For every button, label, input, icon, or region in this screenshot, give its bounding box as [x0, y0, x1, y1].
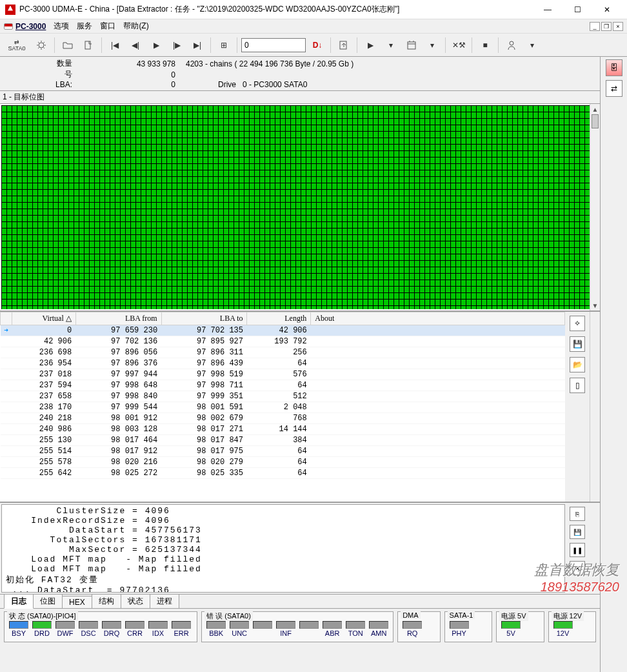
play-button[interactable]: ▶ [147, 36, 165, 54]
led-dwf: DWF [54, 621, 77, 640]
led-indicator [501, 621, 521, 629]
pwr12-panel: 电源 12V 12V [548, 611, 596, 642]
table-row[interactable]: 42 90697 702 13697 895 927193 792 [1, 336, 565, 347]
tab-bitmap[interactable]: 位图 [33, 594, 63, 608]
led-label: DWF [57, 629, 73, 637]
log-save-button[interactable]: 💾 [570, 525, 585, 539]
table-row[interactable]: ➜ 097 659 23097 702 13542 906 [1, 325, 565, 336]
qty-label: 数量 [0, 58, 77, 69]
bitmap-grid[interactable] [1, 105, 590, 309]
table-row[interactable]: 238 17097 999 54498 001 5912 048 [1, 402, 565, 413]
table-row[interactable]: 240 21898 001 91298 002 679768 [1, 413, 565, 424]
tab-log[interactable]: 日志 [4, 594, 34, 609]
table-row[interactable]: 236 95497 896 37697 896 43964 [1, 358, 565, 369]
table-row[interactable]: 240 98698 003 12898 017 27114 144 [1, 424, 565, 435]
led-label: DRQ [104, 629, 119, 637]
table-row[interactable]: 255 51498 017 91298 017 97564 [1, 446, 565, 457]
menu-window[interactable]: 窗口 [100, 21, 115, 32]
last-button[interactable]: ▶| [188, 36, 206, 54]
led-label: 12V [557, 629, 570, 637]
app-icon [5, 5, 15, 15]
tab-process[interactable]: 进程 [150, 594, 179, 608]
menu-help[interactable]: 帮助(Z) [123, 21, 148, 32]
side-db-icon[interactable]: 🗄 [606, 59, 622, 76]
tab-hex[interactable]: HEX [62, 596, 92, 608]
stop-button[interactable]: ■ [476, 36, 494, 54]
data-table[interactable]: Virtual △ LBA from LBA to Length About ➜… [0, 312, 565, 502]
led-indicator [369, 621, 388, 629]
table-scrollbar[interactable] [590, 312, 600, 502]
col-lba-to[interactable]: LBA to [161, 312, 247, 325]
open-file-button[interactable] [59, 36, 77, 54]
d-down-button[interactable]: D↓ [308, 36, 326, 54]
next-button[interactable]: |▶ [168, 36, 186, 54]
table-open-button[interactable]: 📂 [570, 357, 585, 372]
dropdown2-button[interactable]: ▾ [423, 36, 441, 54]
person-button[interactable] [503, 36, 521, 54]
mdi-minimize-button[interactable]: _ [590, 22, 600, 31]
info-strip: 数量 43 933 978 4203 - chains ( 22 494 196… [0, 57, 600, 91]
scroll-up-icon[interactable]: ▲ [590, 104, 600, 114]
maximize-button[interactable]: ☐ [562, 0, 592, 19]
dropdown-button[interactable]: ▾ [382, 36, 400, 54]
run-button[interactable]: ▶ [361, 36, 379, 54]
tools-button[interactable]: ✕⚒ [450, 36, 468, 54]
table-row[interactable]: 255 13098 017 46498 017 847384 [1, 435, 565, 446]
table-row[interactable]: 236 69897 896 05697 896 311256 [1, 347, 565, 358]
mdi-restore-button[interactable]: ❐ [601, 22, 612, 31]
led-amn: AMN [367, 621, 390, 640]
table-panel: Virtual △ LBA from LBA to Length About ➜… [0, 312, 600, 503]
table-save-button[interactable]: 💾 [570, 336, 585, 352]
grid-button[interactable]: ⊞ [215, 36, 233, 54]
side-connector-icon[interactable]: ⇄ [606, 80, 622, 97]
log-stop-button[interactable]: ✕ [570, 561, 585, 575]
menu-options[interactable]: 选项 [54, 21, 69, 32]
minimize-button[interactable]: — [533, 0, 562, 19]
log-pause-button[interactable]: ❚❚ [570, 543, 585, 557]
table-row[interactable]: 237 59497 998 64897 998 71164 [1, 380, 565, 391]
scroll-thumb[interactable] [592, 114, 599, 128]
led-idx: IDX [146, 621, 170, 640]
led-indicator [32, 621, 52, 629]
led-indicator [102, 621, 121, 629]
log-copy-button[interactable]: ⎘ [570, 507, 585, 521]
error-panel: 错 误 (SATA0) BBKUNCINFABRTONAMN [201, 611, 393, 642]
chains-info: 4203 - chains ( 22 494 196 736 Byte / 20… [181, 58, 359, 69]
table-row[interactable]: 237 65897 998 84097 999 351512 [1, 391, 565, 402]
number-input[interactable] [241, 38, 306, 52]
led-dsc: DSC [77, 621, 100, 640]
led-bbk: BBK [204, 621, 228, 640]
col-about[interactable]: About [311, 312, 565, 325]
tab-status[interactable]: 状态 [121, 594, 150, 608]
col-length[interactable]: Length [247, 312, 311, 325]
export-button[interactable] [335, 36, 353, 54]
right-sidebar: 🗄 ⇄ [600, 57, 627, 672]
table-doc-button[interactable]: ▯ [570, 378, 585, 393]
led-label: INF [280, 629, 292, 637]
table-row[interactable]: 237 01897 997 94497 998 519576 [1, 369, 565, 380]
menu-services[interactable]: 服务 [77, 21, 92, 32]
calendar-button[interactable] [403, 36, 421, 54]
gear-button[interactable] [32, 36, 50, 54]
table-new-button[interactable]: ✧ [570, 316, 585, 331]
led-indicator [125, 621, 144, 629]
table-row[interactable]: 255 57898 020 21698 020 27964 [1, 457, 565, 468]
close-button[interactable]: ✕ [592, 0, 622, 19]
tab-struct[interactable]: 结构 [92, 594, 121, 608]
col-virtual[interactable]: Virtual △ [12, 312, 76, 325]
prev-button[interactable]: ◀| [126, 36, 144, 54]
bitmap-scrollbar[interactable]: ▲ ▼ [590, 104, 600, 311]
col-lba-from[interactable]: LBA from [75, 312, 161, 325]
menu-pc3000[interactable]: PC-3000 [4, 22, 46, 31]
sata0-connector-button[interactable]: ⇄SATA0 [4, 36, 30, 54]
table-row[interactable]: 255 64298 025 27298 025 33564 [1, 468, 565, 479]
first-button[interactable]: |◀ [106, 36, 124, 54]
mdi-close-button[interactable]: × [613, 22, 623, 31]
hao-value: 0 [77, 69, 181, 80]
led-indicator [230, 621, 249, 629]
log-text[interactable]: ClusterSize = 4096 IndexRecordSize = 409… [1, 504, 565, 593]
dropdown3-button[interactable]: ▾ [523, 36, 541, 54]
status-bar: 状 态 (SATA0)-[PIO4] BSYDRDDWFDSCDRQCRRIDX… [0, 609, 600, 645]
scroll-down-icon[interactable]: ▼ [590, 300, 600, 311]
new-file-button[interactable] [79, 36, 97, 54]
